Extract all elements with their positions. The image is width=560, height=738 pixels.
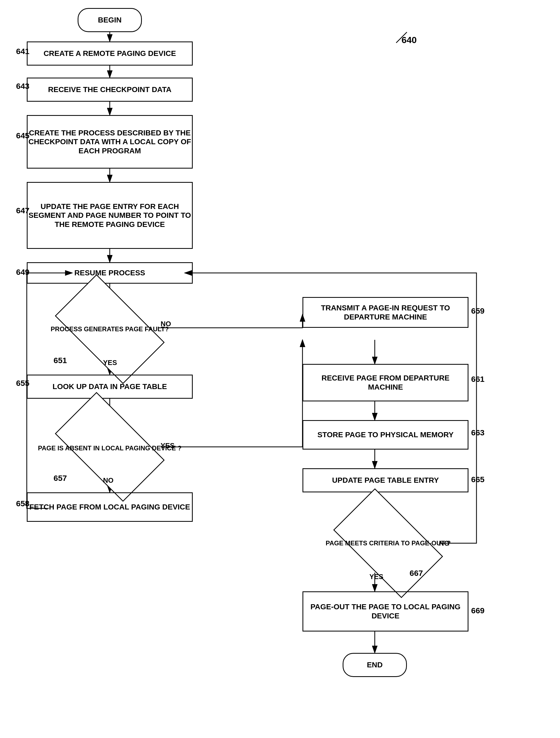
ref-667: 667 [409,569,423,578]
node-659: TRANSMIT A PAGE-IN REQUEST TO DEPARTURE … [302,297,469,328]
node-641: CREATE A REMOTE PAGING DEVICE [27,41,193,65]
diagram-container: BEGIN 641 CREATE A REMOTE PAGING DEVICE … [0,0,560,738]
ref-651: 651 [53,356,67,365]
begin-node: BEGIN [78,8,142,32]
node-643: RECEIVE THE CHECKPOINT DATA [27,78,193,102]
node-663: STORE PAGE TO PHYSICAL MEMORY [302,420,469,449]
node-667-diamond [333,488,443,598]
657-no-label: NO [103,476,113,484]
node-669: PAGE-OUT THE PAGE TO LOCAL PAGING DEVICE [302,591,469,632]
arrows-svg [0,0,560,738]
ref-665: 665 [471,475,485,484]
node-658: FETCH PAGE FROM LOCAL PAGING DEVICE [27,492,193,522]
node-655: LOOK UP DATA IN PAGE TABLE [27,375,193,399]
667-no-label: NO [439,539,450,547]
begin-label: BEGIN [98,16,122,25]
ref-657: 657 [53,474,67,483]
651-yes-label: YES [103,359,117,367]
node-661: RECEIVE PAGE FROM DEPARTURE MACHINE [302,364,469,401]
ref-661: 661 [471,375,485,384]
657-yes-label: YES [161,441,175,450]
651-no-label: NO [161,320,171,328]
ref-659: 659 [471,306,485,316]
ref-663: 663 [471,428,485,437]
svg-line-16 [396,32,407,43]
ref-640-arrow [391,27,417,48]
667-yes-label: YES [369,573,383,581]
node-657-diamond [55,392,165,502]
end-label: END [367,660,382,670]
ref-669: 669 [471,606,485,615]
node-645: CREATE THE PROCESS DESCRIBED BY THE CHEC… [27,115,193,168]
node-665: UPDATE PAGE TABLE ENTRY [302,468,469,492]
end-node: END [343,653,407,677]
node-647: UPDATE THE PAGE ENTRY FOR EACH SEGMENT A… [27,182,193,249]
node-651-diamond [55,274,165,384]
node-649: RESUME PROCESS [27,262,193,284]
